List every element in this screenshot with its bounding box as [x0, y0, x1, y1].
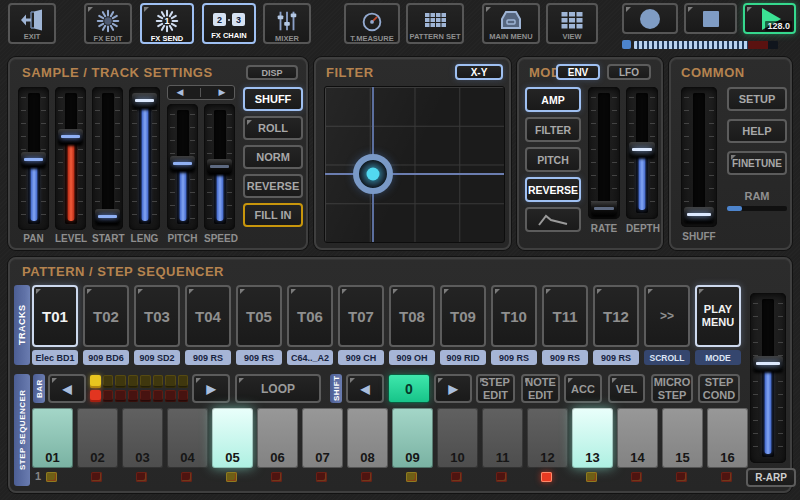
disp-button[interactable]: DISP [246, 65, 298, 80]
filter-xy-pad[interactable] [324, 86, 505, 243]
step-pad-06[interactable]: 06 [257, 408, 298, 468]
common-shuffle-slider[interactable] [681, 87, 717, 227]
track-sample-badge[interactable]: 909 BD6 [83, 350, 129, 365]
normalize-button[interactable]: NORM [243, 145, 303, 169]
env-shape-button[interactable] [525, 207, 581, 232]
track-tab-t08[interactable]: T08 [389, 285, 435, 347]
stop-button[interactable] [684, 3, 737, 34]
track-sample-badge[interactable]: 909 RS [593, 350, 639, 365]
track-sample-badge[interactable]: 909 RS [185, 350, 231, 365]
start-slider[interactable] [92, 87, 123, 230]
mod-amp-button[interactable]: AMP [525, 87, 581, 112]
r-arp-button[interactable]: R-ARP [746, 468, 796, 487]
track-sample-badge[interactable]: 909 OH [389, 350, 435, 365]
track-tab-t03[interactable]: T03 [134, 285, 180, 347]
pattern-set-button[interactable]: PATTERN SET [406, 3, 464, 44]
env-tab[interactable]: ENV [556, 64, 600, 80]
step-pad-03[interactable]: 03 [122, 408, 163, 468]
pitch-label: PITCH [167, 233, 198, 244]
track-sample-badge[interactable]: 909 RID [440, 350, 486, 365]
mod-depth-slider[interactable] [626, 87, 658, 219]
mod-reverse-button[interactable]: REVERSE [525, 177, 581, 202]
step-pad-16[interactable]: 16 [707, 408, 748, 468]
track-tab-t02[interactable]: T02 [83, 285, 129, 347]
fx-send-button[interactable]: 1 FX SEND [140, 3, 194, 44]
play-button[interactable]: 128.0 [743, 3, 796, 34]
track-sample-badge[interactable]: Elec BD1 [32, 350, 78, 365]
track-scroll-button[interactable]: >> [644, 285, 690, 347]
setup-button[interactable]: SETUP [727, 87, 787, 111]
step-pad-14[interactable]: 14 [617, 408, 658, 468]
track-sample-badge[interactable]: 909 RS [236, 350, 282, 365]
velocity-button[interactable]: VEL [608, 374, 645, 403]
mod-pitch-button[interactable]: PITCH [525, 147, 581, 172]
next-sample-icon[interactable]: ▶ [219, 88, 226, 97]
length-slider[interactable] [129, 87, 160, 230]
step-pad-11[interactable]: 11 [482, 408, 523, 468]
view-button[interactable]: VIEW [546, 3, 598, 44]
main-menu-button[interactable]: MAIN MENU [482, 3, 540, 44]
track-tab-t05[interactable]: T05 [236, 285, 282, 347]
step-cond-button[interactable]: STEP COND [698, 374, 740, 403]
prev-sample-icon[interactable]: ◀ [177, 88, 184, 97]
shift-right-button[interactable]: ▶ [434, 374, 472, 403]
xy-mode-button[interactable]: X-Y [455, 64, 503, 80]
shift-left-button[interactable]: ◀ [346, 374, 384, 403]
fill-in-button[interactable]: FILL IN [243, 203, 303, 227]
track-tab-t06[interactable]: T06 [287, 285, 333, 347]
view-grid-icon [559, 8, 585, 32]
step-edit-button[interactable]: STEP EDIT [476, 374, 515, 403]
level-slider[interactable] [55, 87, 86, 230]
mixer-button[interactable]: MIXER [263, 3, 311, 44]
loop-button[interactable]: LOOP [235, 374, 321, 403]
step-pad-07[interactable]: 07 [302, 408, 343, 468]
help-button[interactable]: HELP [727, 119, 787, 143]
prev-bar-button[interactable]: ◀ [48, 374, 86, 403]
micro-step-button[interactable]: MICRO STEP [651, 374, 693, 403]
fx-edit-button[interactable]: FX EDIT [84, 3, 132, 44]
sequencer-level-slider[interactable] [750, 293, 786, 463]
pitch-slider[interactable] [167, 104, 198, 230]
record-button[interactable] [622, 3, 678, 34]
next-bar-button[interactable]: ▶ [192, 374, 230, 403]
mod-rate-slider[interactable] [588, 87, 620, 219]
pan-slider[interactable] [18, 87, 49, 230]
exit-button[interactable]: EXIT [8, 3, 56, 44]
accent-button[interactable]: ACC [564, 374, 602, 403]
reverse-button[interactable]: REVERSE [243, 174, 303, 198]
finetune-button[interactable]: FINETUNE [727, 151, 787, 175]
track-tab-t10[interactable]: T10 [491, 285, 537, 347]
roll-button[interactable]: ROLL [243, 116, 303, 140]
step-pad-08[interactable]: 08 [347, 408, 388, 468]
xy-puck[interactable] [353, 154, 393, 194]
track-sample-badge[interactable]: 909 SD2 [134, 350, 180, 365]
track-tab-t09[interactable]: T09 [440, 285, 486, 347]
lfo-tab[interactable]: LFO [607, 64, 651, 80]
track-tab-t07[interactable]: T07 [338, 285, 384, 347]
shuffle-button[interactable]: SHUFF [243, 87, 303, 111]
step-pad-15[interactable]: 15 [662, 408, 703, 468]
note-edit-button[interactable]: NOTE EDIT [521, 374, 560, 403]
step-pad-05[interactable]: 05 [212, 408, 253, 468]
step-pad-01[interactable]: 01 [32, 408, 73, 468]
step-pad-02[interactable]: 02 [77, 408, 118, 468]
step-pad-09[interactable]: 09 [392, 408, 433, 468]
track-sample-badge[interactable]: 909 RS [542, 350, 588, 365]
track-sample-badge[interactable]: C64.._A2 [287, 350, 333, 365]
fx-chain-button[interactable]: 2 3 FX CHAIN [202, 3, 256, 44]
track-tab-t04[interactable]: T04 [185, 285, 231, 347]
step-pad-04[interactable]: 04 [167, 408, 208, 468]
t-measure-button[interactable]: T.MEASURE [344, 3, 400, 44]
bar-indicator-grid[interactable] [89, 374, 189, 403]
track-tab-t11[interactable]: T11 [542, 285, 588, 347]
step-pad-12[interactable]: 12 [527, 408, 568, 468]
track-sample-badge[interactable]: 909 CH [338, 350, 384, 365]
play-menu-button[interactable]: PLAY MENU [695, 285, 741, 347]
step-pad-10[interactable]: 10 [437, 408, 478, 468]
step-pad-13[interactable]: 13 [572, 408, 613, 468]
speed-slider[interactable] [204, 104, 235, 230]
track-tab-t01[interactable]: T01 [32, 285, 78, 347]
mod-filter-button[interactable]: FILTER [525, 117, 581, 142]
track-sample-badge[interactable]: 909 RS [491, 350, 537, 365]
track-tab-t12[interactable]: T12 [593, 285, 639, 347]
